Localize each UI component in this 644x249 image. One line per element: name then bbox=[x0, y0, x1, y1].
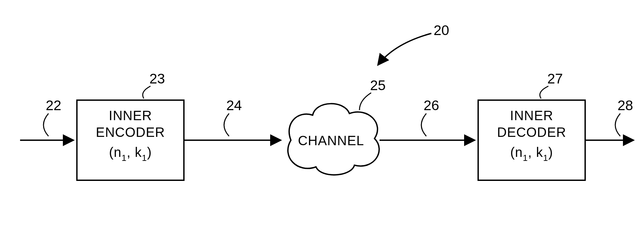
encoder-k: k bbox=[135, 145, 142, 160]
ref-26-label: 26 bbox=[424, 97, 439, 113]
encoder-close: ) bbox=[147, 145, 152, 160]
encoder-k-sub: 1 bbox=[142, 153, 147, 163]
decoder-n: n bbox=[515, 145, 523, 160]
ref-26-group: 26 bbox=[421, 97, 439, 136]
decoder-params: (n1, k1) bbox=[510, 145, 553, 163]
decoder-k: k bbox=[536, 145, 543, 160]
decoder-comma: , bbox=[528, 145, 536, 160]
ref-22-label: 22 bbox=[46, 97, 62, 113]
ref-23-label: 23 bbox=[149, 71, 165, 86]
encoder-comma: , bbox=[127, 145, 135, 160]
channel-label: CHANNEL bbox=[298, 133, 364, 148]
encoder-n: n bbox=[114, 145, 121, 160]
ref-22-group: 22 bbox=[43, 97, 61, 136]
ref-20-label: 20 bbox=[434, 22, 449, 38]
ref-20-group: 20 bbox=[378, 22, 449, 65]
encoder-block: INNER ENCODER (n1, k1) bbox=[77, 100, 184, 180]
decoder-k-sub: 1 bbox=[543, 153, 548, 163]
decoder-n-sub: 1 bbox=[523, 153, 528, 163]
decoder-close: ) bbox=[548, 145, 553, 160]
encoder-line1: INNER bbox=[109, 108, 152, 123]
encoder-line2: ENCODER bbox=[96, 125, 165, 140]
ref-27-label: 27 bbox=[547, 71, 563, 86]
ref-25-group: 25 bbox=[359, 77, 386, 110]
ref-28-label: 28 bbox=[618, 97, 633, 113]
decoder-line1: INNER bbox=[510, 108, 553, 123]
decoder-block: INNER DECODER (n1, k1) bbox=[478, 100, 585, 180]
encoder-n-sub: 1 bbox=[122, 153, 127, 163]
encoder-open: ( bbox=[109, 145, 114, 160]
ref-24-group: 24 bbox=[224, 97, 242, 136]
decoder-open: ( bbox=[510, 145, 515, 160]
channel-cloud: CHANNEL bbox=[288, 104, 379, 175]
ref-25-label: 25 bbox=[370, 77, 386, 93]
ref-27-group: 27 bbox=[540, 71, 563, 98]
ref-28-group: 28 bbox=[615, 97, 633, 136]
ref-23-group: 23 bbox=[143, 71, 165, 98]
diagram-svg: 22 INNER ENCODER (n1, k1) 23 24 CHANNEL … bbox=[0, 0, 644, 249]
encoder-params: (n1, k1) bbox=[109, 145, 152, 163]
decoder-line2: DECODER bbox=[497, 125, 566, 140]
ref-24-label: 24 bbox=[226, 97, 242, 113]
